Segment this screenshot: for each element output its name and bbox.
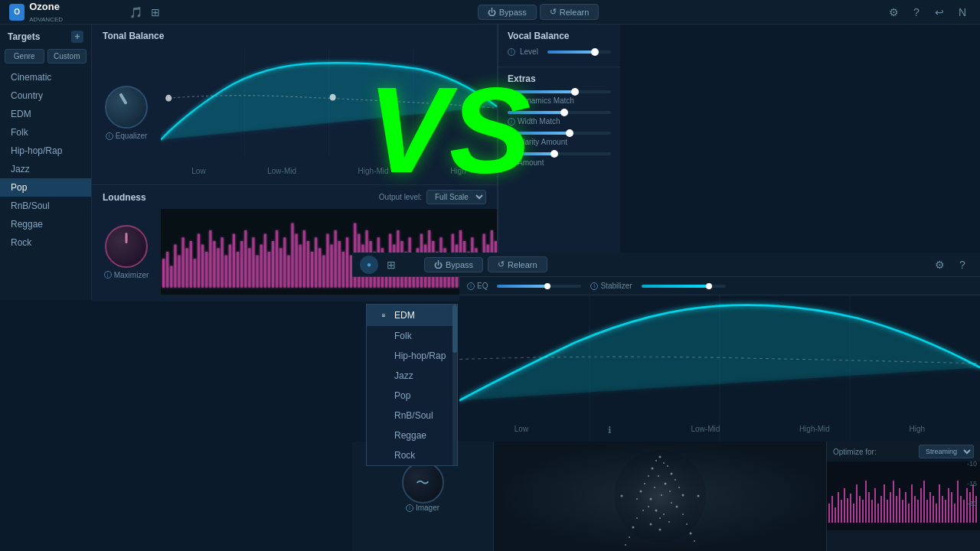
svg-rect-173 — [939, 484, 940, 523]
relearn-button[interactable]: ↺ Relearn — [540, 4, 599, 20]
svg-point-130 — [629, 536, 630, 538]
bottom-bypass-button[interactable]: ⏻ Bypass — [424, 257, 483, 272]
eq-knob[interactable] — [105, 86, 148, 129]
bottom-tonal-chart: Low ℹ Low-Mid High-Mid High — [459, 277, 980, 442]
svg-point-104 — [644, 483, 645, 484]
svg-rect-157 — [890, 492, 891, 523]
vocal-level-info[interactable]: i — [508, 48, 515, 56]
genre-item-edm[interactable]: EDM — [0, 105, 91, 123]
svg-rect-177 — [951, 492, 952, 523]
grid-icon[interactable]: ⊞ — [147, 4, 164, 21]
app-name: Ozone ADVANCED — [29, 1, 90, 24]
redo-icon[interactable]: N — [954, 4, 971, 21]
bypass-button[interactable]: ⏻ Bypass — [478, 5, 537, 20]
eq-bar-info[interactable]: i — [467, 282, 475, 290]
genre-item-jazz[interactable]: Jazz — [0, 160, 91, 178]
add-target-button[interactable]: + — [71, 31, 83, 43]
svg-point-134 — [621, 495, 623, 497]
svg-rect-171 — [933, 496, 934, 523]
genre-item-rnb[interactable]: RnB/Soul — [0, 197, 91, 215]
bottom-tonal-svg — [459, 277, 980, 442]
custom-filter-button[interactable]: Custom — [47, 49, 87, 64]
genre-item-rock[interactable]: Rock — [0, 233, 91, 252]
dropdown-item-reggae[interactable]: Reggae — [367, 425, 457, 445]
stabilizer-slider[interactable] — [642, 285, 726, 288]
waveform-scale: -10 -15 -20 — [967, 460, 977, 520]
svg-rect-43 — [307, 241, 309, 288]
genre-item-hiphop[interactable]: Hip-hop/Rap — [0, 142, 91, 160]
level-slider-row: i Level — [508, 47, 611, 56]
svg-point-120 — [658, 475, 659, 477]
genre-item-folk[interactable]: Folk — [0, 123, 91, 142]
eq-knob-label: i Equalizer — [106, 132, 148, 140]
genre-item-pop[interactable]: Pop — [0, 178, 91, 197]
svg-point-122 — [650, 498, 652, 500]
dropdown-item-pop[interactable]: Pop — [367, 386, 457, 406]
svg-rect-22 — [225, 256, 227, 288]
help-icon[interactable]: ? — [908, 4, 925, 21]
genre-item-country[interactable]: Country — [0, 86, 91, 105]
svg-rect-34 — [272, 241, 274, 288]
targets-title: Targets — [8, 31, 40, 42]
svg-rect-51 — [338, 241, 341, 288]
eq-info-icon[interactable]: i — [106, 132, 113, 140]
eq-slider[interactable] — [497, 285, 581, 288]
svg-rect-155 — [884, 484, 885, 523]
svg-rect-39 — [291, 223, 293, 288]
waveform-svg — [827, 461, 980, 530]
bottom-freq-info[interactable]: ℹ — [608, 425, 612, 435]
imager-info[interactable]: i — [406, 504, 413, 512]
undo-icon[interactable]: ↩ — [931, 4, 948, 21]
svg-rect-144 — [850, 494, 851, 523]
svg-point-100 — [652, 468, 654, 470]
svg-rect-7 — [166, 252, 168, 288]
svg-point-118 — [654, 487, 655, 488]
svg-rect-44 — [311, 252, 313, 288]
dropdown-item-rock[interactable]: Rock — [367, 445, 457, 465]
dropdown-item-hiphop[interactable]: Hip-hop/Rap — [367, 346, 457, 366]
svg-rect-23 — [229, 245, 231, 288]
genre-filter-button[interactable]: Genre — [5, 49, 44, 64]
svg-point-101 — [667, 465, 668, 467]
vocal-level-slider[interactable] — [547, 51, 611, 54]
dropdown-item-edm[interactable]: ≡ EDM — [367, 305, 457, 326]
eq-label: i EQ — [467, 282, 488, 290]
svg-rect-21 — [221, 237, 224, 287]
svg-rect-42 — [303, 230, 305, 288]
svg-point-102 — [648, 475, 649, 477]
streaming-dropdown[interactable]: Streaming — [919, 445, 974, 458]
optimize-label: Optimize for: — [833, 448, 877, 456]
dropdown-item-jazz[interactable]: Jazz — [367, 366, 457, 386]
svg-point-105 — [675, 479, 676, 481]
scatter-svg — [494, 442, 826, 551]
genre-dropdown-menu: ≡ EDM Folk Hip-hop/Rap Jazz Pop RnB/Soul… — [366, 304, 458, 466]
svg-rect-166 — [917, 500, 919, 523]
svg-point-133 — [694, 540, 695, 542]
dropdown-item-folk[interactable]: Folk — [367, 326, 457, 346]
maximizer-knob[interactable] — [105, 225, 148, 268]
svg-rect-141 — [841, 500, 842, 523]
svg-rect-38 — [287, 256, 289, 288]
genre-list: Cinematic Country EDM Folk Hip-hop/Rap J… — [0, 68, 91, 252]
svg-point-98 — [655, 460, 657, 461]
logo-icon: O — [9, 4, 24, 21]
settings-icon[interactable]: ⚙ — [885, 4, 902, 21]
genre-item-reggae[interactable]: Reggae — [0, 215, 91, 233]
dropdown-scrollbar[interactable] — [452, 305, 457, 465]
dropdown-item-rnb[interactable]: RnB/Soul — [367, 406, 457, 425]
genre-item-cinematic[interactable]: Cinematic — [0, 68, 91, 86]
bottom-settings-icon[interactable]: ⚙ — [931, 256, 948, 273]
svg-point-97 — [659, 456, 662, 458]
svg-point-4 — [330, 94, 336, 101]
svg-point-99 — [663, 462, 665, 464]
bottom-relearn-button[interactable]: ↺ Relearn — [488, 256, 547, 272]
bottom-grid-icon[interactable]: ⊞ — [383, 256, 400, 273]
svg-point-128 — [632, 527, 635, 529]
bottom-help-icon[interactable]: ? — [954, 256, 971, 273]
svg-rect-27 — [244, 230, 247, 288]
width-imager-knob[interactable]: 〜 — [402, 461, 444, 504]
eq-icon[interactable]: 🎵 — [127, 4, 144, 21]
loudness-content: i Maximizer — [92, 209, 497, 295]
stabilizer-info[interactable]: i — [590, 282, 598, 290]
maximizer-info-icon[interactable]: i — [104, 271, 112, 279]
